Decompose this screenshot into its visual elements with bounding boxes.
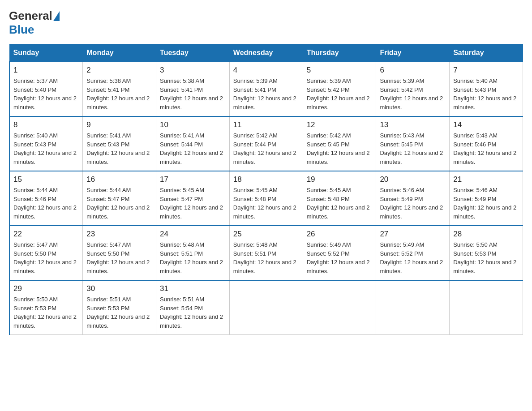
calendar-week-row: 8 Sunrise: 5:40 AMSunset: 5:43 PMDayligh…: [9, 116, 523, 171]
day-info: Sunrise: 5:44 AMSunset: 5:46 PMDaylight:…: [13, 187, 77, 220]
calendar-cell: 26 Sunrise: 5:49 AMSunset: 5:52 PMDaylig…: [303, 226, 376, 280]
day-info: Sunrise: 5:46 AMSunset: 5:49 PMDaylight:…: [453, 187, 516, 220]
calendar-cell: 10 Sunrise: 5:41 AMSunset: 5:44 PMDaylig…: [156, 116, 230, 171]
day-info: Sunrise: 5:50 AMSunset: 5:53 PMDaylight:…: [13, 296, 77, 329]
day-number: 12: [307, 120, 373, 129]
day-info: Sunrise: 5:45 AMSunset: 5:47 PMDaylight:…: [160, 187, 223, 220]
header-monday: Monday: [83, 44, 156, 62]
day-number: 6: [380, 66, 446, 75]
day-info: Sunrise: 5:43 AMSunset: 5:46 PMDaylight:…: [453, 132, 516, 165]
calendar-cell: 22 Sunrise: 5:47 AMSunset: 5:50 PMDaylig…: [9, 226, 83, 280]
calendar-cell: 20 Sunrise: 5:46 AMSunset: 5:49 PMDaylig…: [376, 171, 450, 226]
day-number: 26: [307, 230, 373, 239]
calendar-table: Sunday Monday Tuesday Wednesday Thursday…: [9, 44, 523, 335]
calendar-cell: 15 Sunrise: 5:44 AMSunset: 5:46 PMDaylig…: [9, 171, 83, 226]
header-wednesday: Wednesday: [229, 44, 303, 62]
logo-general-text: General: [9, 9, 52, 23]
day-number: 3: [160, 66, 226, 75]
calendar-cell: 8 Sunrise: 5:40 AMSunset: 5:43 PMDayligh…: [9, 116, 83, 171]
calendar-cell: [376, 280, 450, 335]
header-tuesday: Tuesday: [156, 44, 230, 62]
day-info: Sunrise: 5:41 AMSunset: 5:44 PMDaylight:…: [160, 132, 223, 165]
day-info: Sunrise: 5:39 AMSunset: 5:41 PMDaylight:…: [233, 77, 296, 111]
day-number: 25: [233, 230, 299, 239]
calendar-cell: 16 Sunrise: 5:44 AMSunset: 5:47 PMDaylig…: [83, 171, 156, 226]
day-number: 13: [380, 120, 446, 129]
calendar-cell: 12 Sunrise: 5:42 AMSunset: 5:45 PMDaylig…: [303, 116, 376, 171]
calendar-cell: 23 Sunrise: 5:47 AMSunset: 5:50 PMDaylig…: [83, 226, 156, 280]
logo-blue-text: Blue: [9, 23, 34, 36]
day-number: 2: [86, 66, 152, 75]
day-number: 16: [86, 175, 152, 184]
day-info: Sunrise: 5:51 AMSunset: 5:53 PMDaylight:…: [86, 296, 150, 329]
day-number: 30: [86, 284, 152, 293]
day-info: Sunrise: 5:47 AMSunset: 5:50 PMDaylight:…: [13, 241, 77, 274]
calendar-cell: 29 Sunrise: 5:50 AMSunset: 5:53 PMDaylig…: [9, 280, 83, 335]
day-info: Sunrise: 5:49 AMSunset: 5:52 PMDaylight:…: [307, 241, 370, 274]
logo-triangle-icon: [53, 11, 60, 21]
day-number: 15: [13, 175, 79, 184]
day-info: Sunrise: 5:40 AMSunset: 5:43 PMDaylight:…: [453, 77, 516, 111]
day-info: Sunrise: 5:38 AMSunset: 5:41 PMDaylight:…: [86, 77, 150, 111]
calendar-cell: [303, 280, 376, 335]
day-info: Sunrise: 5:47 AMSunset: 5:50 PMDaylight:…: [86, 241, 150, 274]
calendar-cell: [450, 280, 523, 335]
day-info: Sunrise: 5:45 AMSunset: 5:48 PMDaylight:…: [233, 187, 296, 220]
day-info: Sunrise: 5:37 AMSunset: 5:40 PMDaylight:…: [13, 77, 77, 111]
calendar-week-row: 29 Sunrise: 5:50 AMSunset: 5:53 PMDaylig…: [9, 280, 523, 335]
calendar-cell: 3 Sunrise: 5:38 AMSunset: 5:41 PMDayligh…: [156, 62, 230, 116]
day-info: Sunrise: 5:45 AMSunset: 5:48 PMDaylight:…: [307, 187, 370, 220]
day-info: Sunrise: 5:48 AMSunset: 5:51 PMDaylight:…: [160, 241, 223, 274]
day-number: 28: [453, 230, 519, 239]
calendar-cell: [229, 280, 303, 335]
calendar-cell: 30 Sunrise: 5:51 AMSunset: 5:53 PMDaylig…: [83, 280, 156, 335]
day-info: Sunrise: 5:50 AMSunset: 5:53 PMDaylight:…: [453, 241, 516, 274]
day-number: 14: [453, 120, 519, 129]
calendar-cell: 25 Sunrise: 5:48 AMSunset: 5:51 PMDaylig…: [229, 226, 303, 280]
calendar-week-row: 15 Sunrise: 5:44 AMSunset: 5:46 PMDaylig…: [9, 171, 523, 226]
day-number: 24: [160, 230, 226, 239]
day-info: Sunrise: 5:49 AMSunset: 5:52 PMDaylight:…: [380, 241, 443, 274]
day-info: Sunrise: 5:40 AMSunset: 5:43 PMDaylight:…: [13, 132, 77, 165]
day-info: Sunrise: 5:46 AMSunset: 5:49 PMDaylight:…: [380, 187, 443, 220]
header-saturday: Saturday: [450, 44, 523, 62]
calendar-cell: 9 Sunrise: 5:41 AMSunset: 5:43 PMDayligh…: [83, 116, 156, 171]
day-number: 23: [86, 230, 152, 239]
calendar-cell: 1 Sunrise: 5:37 AMSunset: 5:40 PMDayligh…: [9, 62, 83, 116]
day-number: 8: [13, 120, 79, 129]
day-info: Sunrise: 5:39 AMSunset: 5:42 PMDaylight:…: [307, 77, 370, 111]
day-number: 17: [160, 175, 226, 184]
calendar-cell: 31 Sunrise: 5:51 AMSunset: 5:54 PMDaylig…: [156, 280, 230, 335]
header-thursday: Thursday: [303, 44, 376, 62]
day-number: 21: [453, 175, 519, 184]
calendar-cell: 14 Sunrise: 5:43 AMSunset: 5:46 PMDaylig…: [450, 116, 523, 171]
day-number: 10: [160, 120, 226, 129]
calendar-cell: 21 Sunrise: 5:46 AMSunset: 5:49 PMDaylig…: [450, 171, 523, 226]
calendar-cell: 19 Sunrise: 5:45 AMSunset: 5:48 PMDaylig…: [303, 171, 376, 226]
day-number: 31: [160, 284, 226, 293]
calendar-cell: 4 Sunrise: 5:39 AMSunset: 5:41 PMDayligh…: [229, 62, 303, 116]
day-number: 1: [13, 66, 79, 75]
day-info: Sunrise: 5:48 AMSunset: 5:51 PMDaylight:…: [233, 241, 296, 274]
day-info: Sunrise: 5:41 AMSunset: 5:43 PMDaylight:…: [86, 132, 150, 165]
day-number: 4: [233, 66, 299, 75]
calendar-cell: 2 Sunrise: 5:38 AMSunset: 5:41 PMDayligh…: [83, 62, 156, 116]
day-number: 11: [233, 120, 299, 129]
day-info: Sunrise: 5:38 AMSunset: 5:41 PMDaylight:…: [160, 77, 223, 111]
day-number: 5: [307, 66, 373, 75]
day-number: 19: [307, 175, 373, 184]
day-number: 7: [453, 66, 519, 75]
day-info: Sunrise: 5:44 AMSunset: 5:47 PMDaylight:…: [86, 187, 150, 220]
day-info: Sunrise: 5:42 AMSunset: 5:45 PMDaylight:…: [307, 132, 370, 165]
calendar-week-row: 22 Sunrise: 5:47 AMSunset: 5:50 PMDaylig…: [9, 226, 523, 280]
day-info: Sunrise: 5:42 AMSunset: 5:44 PMDaylight:…: [233, 132, 296, 165]
calendar-cell: 5 Sunrise: 5:39 AMSunset: 5:42 PMDayligh…: [303, 62, 376, 116]
day-info: Sunrise: 5:39 AMSunset: 5:42 PMDaylight:…: [380, 77, 443, 111]
calendar-cell: 24 Sunrise: 5:48 AMSunset: 5:51 PMDaylig…: [156, 226, 230, 280]
header-friday: Friday: [376, 44, 450, 62]
day-number: 22: [13, 230, 79, 239]
calendar-cell: 28 Sunrise: 5:50 AMSunset: 5:53 PMDaylig…: [450, 226, 523, 280]
logo: General Blue: [9, 9, 60, 37]
calendar-cell: 11 Sunrise: 5:42 AMSunset: 5:44 PMDaylig…: [229, 116, 303, 171]
day-info: Sunrise: 5:43 AMSunset: 5:45 PMDaylight:…: [380, 132, 443, 165]
